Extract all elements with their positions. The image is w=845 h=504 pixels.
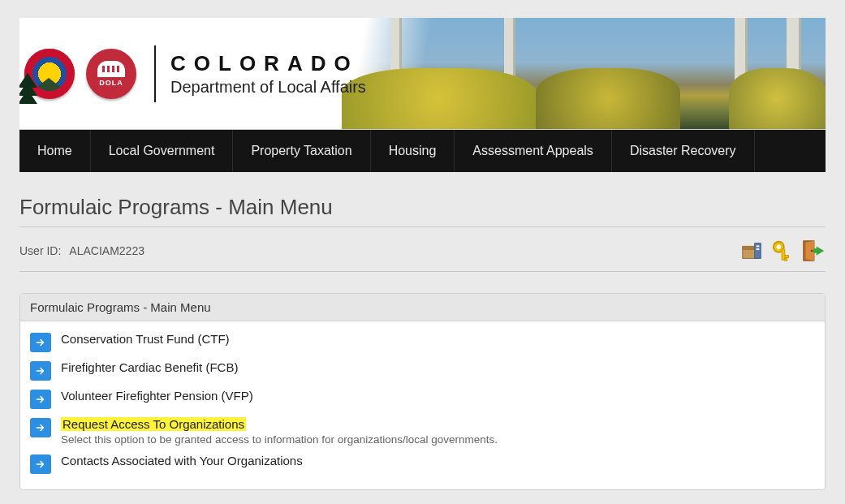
- svg-rect-8: [785, 256, 789, 258]
- panel-title: Formulaic Programs - Main Menu: [20, 294, 825, 321]
- main-nav: Home Local Government Property Taxation …: [19, 130, 826, 172]
- menu-item-vfp: Volunteer Firefighter Pension (VFP): [28, 385, 817, 413]
- menu-list: Conservation Trust Fund (CTF) Firefighte…: [20, 321, 825, 489]
- dola-seal-logo: DOLA: [86, 49, 136, 99]
- svg-rect-9: [785, 258, 787, 261]
- nav-housing[interactable]: Housing: [371, 130, 455, 172]
- svg-rect-7: [782, 249, 785, 260]
- menu-item-subtitle: Select this option to be granted access …: [61, 433, 815, 446]
- nav-home[interactable]: Home: [19, 130, 91, 172]
- menu-item-title[interactable]: Conservation Trust Fund (CTF): [61, 332, 230, 346]
- arrow-button[interactable]: [30, 390, 51, 409]
- svg-rect-4: [757, 248, 760, 250]
- nav-property-taxation[interactable]: Property Taxation: [233, 130, 370, 172]
- archive-box-icon[interactable]: [739, 239, 764, 263]
- key-icon[interactable]: [770, 239, 795, 263]
- nav-assessment-appeals[interactable]: Assessment Appeals: [455, 130, 612, 172]
- menu-item-title[interactable]: Volunteer Firefighter Pension (VFP): [61, 389, 253, 403]
- brand-line1: COLORADO: [170, 51, 366, 76]
- arrow-button[interactable]: [30, 418, 51, 437]
- menu-item-request-access: Request Access To Organizations Select t…: [28, 413, 817, 450]
- title-divider: [19, 226, 826, 227]
- nav-local-government[interactable]: Local Government: [91, 130, 234, 172]
- menu-item-fcb: Firefighter Cardiac Benefit (FCB): [28, 356, 817, 385]
- svg-marker-13: [813, 246, 824, 255]
- menu-item-title[interactable]: Request Access To Organizations: [61, 417, 246, 431]
- user-bar: User ID: ALACIAM2223: [19, 239, 826, 272]
- user-id-value: ALACIAM2223: [69, 244, 144, 257]
- svg-point-12: [811, 250, 813, 252]
- arrow-button[interactable]: [30, 454, 51, 474]
- dola-seal-label: DOLA: [99, 79, 123, 87]
- arrow-button[interactable]: [30, 333, 51, 352]
- menu-item-title[interactable]: Contacts Associated with Your Organizati…: [61, 454, 303, 467]
- main-menu-panel: Formulaic Programs - Main Menu Conservat…: [19, 293, 826, 490]
- arrow-button[interactable]: [30, 361, 51, 381]
- page-title: Formulaic Programs - Main Menu: [19, 195, 826, 220]
- svg-point-6: [777, 245, 782, 250]
- nav-disaster-recovery[interactable]: Disaster Recovery: [612, 130, 755, 172]
- exit-door-icon[interactable]: [801, 239, 826, 263]
- pine-icon: [19, 80, 37, 104]
- menu-item-title[interactable]: Firefighter Cardiac Benefit (FCB): [61, 360, 238, 374]
- user-id-label: User ID:: [19, 244, 61, 257]
- logo-separator: [154, 45, 156, 102]
- header-banner: DOLA COLORADO Department of Local Affair…: [19, 18, 826, 130]
- menu-item-contacts: Contacts Associated with Your Organizati…: [28, 450, 817, 478]
- brand-line2: Department of Local Affairs: [170, 78, 366, 97]
- svg-rect-3: [757, 245, 760, 247]
- menu-item-ctf: Conservation Trust Fund (CTF): [28, 328, 817, 356]
